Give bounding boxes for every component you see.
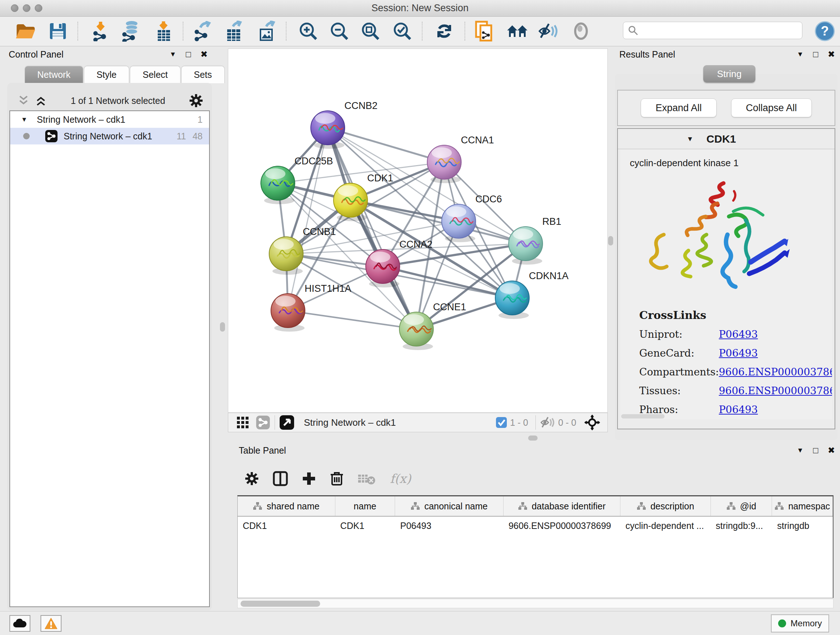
- select-columns-icon[interactable]: [273, 471, 288, 486]
- column-header-canonicalname[interactable]: canonical name: [395, 496, 503, 516]
- table-cell[interactable]: stringdb:9...: [711, 521, 772, 531]
- network-edge[interactable]: [328, 128, 444, 162]
- tab-network[interactable]: Network: [25, 66, 83, 83]
- network-node-ccnb2[interactable]: CCNB2: [311, 100, 378, 149]
- grid-view-icon[interactable]: [236, 416, 249, 429]
- tab-string[interactable]: String: [703, 65, 755, 82]
- table-cell[interactable]: stringdb: [772, 521, 833, 531]
- table-cell[interactable]: P06493: [395, 521, 503, 531]
- help-button[interactable]: ?: [813, 19, 836, 43]
- birdseye-icon[interactable]: [584, 415, 600, 431]
- network-edge[interactable]: [288, 310, 416, 329]
- network-node-rb1[interactable]: RB1: [508, 216, 561, 264]
- clone-network-button[interactable]: [472, 19, 496, 43]
- expand-all-icon[interactable]: [35, 95, 47, 106]
- gear-icon[interactable]: [189, 93, 203, 108]
- import-table-button[interactable]: [152, 19, 175, 43]
- detach-view-icon[interactable]: [279, 415, 294, 430]
- column-header-description[interactable]: description: [621, 496, 711, 516]
- section-collapse-icon[interactable]: ▼: [687, 135, 693, 143]
- search-box[interactable]: [623, 22, 802, 39]
- panel-float-icon[interactable]: □: [813, 445, 818, 455]
- hide-unhide-button[interactable]: [537, 19, 560, 43]
- show-hidden-button[interactable]: [569, 19, 592, 43]
- crosslink-link[interactable]: 9606.ENSP00000378699: [719, 366, 832, 378]
- export-table-button[interactable]: [223, 19, 246, 43]
- window-zoom-button[interactable]: [35, 4, 42, 12]
- column-header-namespac[interactable]: namespac: [772, 496, 833, 516]
- zoom-out-button[interactable]: [328, 19, 351, 43]
- export-network-button[interactable]: [191, 19, 214, 43]
- node-count: 11: [177, 131, 186, 141]
- selected-checkbox-icon[interactable]: [496, 417, 507, 428]
- network-row-selected[interactable]: String Network – cdk1 11 48: [10, 128, 209, 144]
- table-row[interactable]: CDK1CDK1P064939606.ENSP00000378699cyclin…: [238, 516, 833, 535]
- column-header-id[interactable]: @id: [711, 496, 772, 516]
- search-input[interactable]: [638, 25, 794, 35]
- collapse-all-icon[interactable]: [17, 95, 30, 106]
- network-share-gray-icon[interactable]: [256, 415, 270, 430]
- zoom-fit-button[interactable]: [359, 19, 382, 43]
- network-canvas[interactable]: CCNB2CCNA1CDC25BCDK1CDC6RB1CCNB1CCNA2CDK…: [228, 49, 608, 413]
- refresh-button[interactable]: [433, 19, 456, 43]
- table-hscrollbar-thumb[interactable]: [240, 600, 320, 607]
- zoom-in-button[interactable]: [297, 19, 320, 43]
- network-node-cdkn1a[interactable]: CDKN1A: [495, 271, 569, 319]
- window-close-button[interactable]: [11, 4, 19, 12]
- column-header-databaseidentifier[interactable]: database identifier: [504, 496, 621, 516]
- gear-icon[interactable]: [245, 471, 259, 486]
- column-header-name[interactable]: name: [335, 496, 395, 516]
- memory-button[interactable]: Memory: [771, 614, 829, 632]
- show-all-networks-button[interactable]: [506, 19, 529, 43]
- open-session-button[interactable]: [14, 19, 37, 43]
- panel-float-icon[interactable]: □: [813, 49, 818, 59]
- crosslink-link[interactable]: P06493: [719, 328, 758, 340]
- network-tab-panel: 1 of 1 Network selected ▼ String Network…: [7, 83, 212, 610]
- crosslink-link[interactable]: 9606.ENSP00000378699: [719, 385, 832, 397]
- collection-count: 1: [197, 114, 202, 125]
- network-share-icon: [45, 130, 58, 143]
- table-cell[interactable]: 9606.ENSP00000378699: [504, 521, 621, 531]
- network-node-hist1h1a[interactable]: HIST1H1A: [271, 283, 351, 332]
- panel-collapse-icon[interactable]: ▼: [797, 50, 804, 58]
- crosslink-link[interactable]: P06493: [719, 347, 758, 359]
- import-network-file-button[interactable]: [89, 19, 112, 43]
- tab-style[interactable]: Style: [84, 66, 129, 83]
- panel-float-icon[interactable]: □: [186, 49, 191, 59]
- column-header-sharedname[interactable]: shared name: [238, 496, 335, 516]
- network-edge[interactable]: [328, 128, 416, 329]
- results-scrollbar-thumb[interactable]: [621, 414, 665, 418]
- import-network-database-button[interactable]: [119, 19, 142, 43]
- crosslink-link[interactable]: P06493: [719, 404, 758, 416]
- panel-close-icon[interactable]: ✖: [828, 445, 835, 455]
- network-node-cdc25b[interactable]: CDC25B: [261, 156, 333, 204]
- network-node-ccne1[interactable]: CCNE1: [399, 302, 466, 350]
- tab-select[interactable]: Select: [130, 66, 180, 83]
- delete-column-icon[interactable]: [330, 471, 344, 486]
- panel-collapse-icon[interactable]: ▼: [170, 50, 177, 58]
- warnings-button[interactable]: [41, 615, 62, 632]
- table-cell[interactable]: CDK1: [238, 521, 335, 531]
- table-hscrollbar[interactable]: [237, 599, 834, 608]
- save-session-button[interactable]: [46, 19, 69, 43]
- export-image-button[interactable]: [256, 19, 279, 43]
- panel-collapse-icon[interactable]: ▼: [797, 447, 804, 454]
- add-column-icon[interactable]: [302, 471, 316, 486]
- cloud-button[interactable]: [9, 615, 30, 632]
- table-cell[interactable]: CDK1: [335, 521, 395, 531]
- table-cell[interactable]: cyclin-dependent ...: [621, 521, 711, 531]
- tree-expand-icon[interactable]: ▼: [21, 116, 27, 124]
- network-node-ccnb1[interactable]: CCNB1: [269, 226, 336, 275]
- zoom-selected-button[interactable]: [391, 19, 414, 43]
- network-node-ccna1[interactable]: CCNA1: [427, 135, 494, 183]
- collapse-all-button[interactable]: Collapse All: [731, 98, 812, 117]
- window-minimize-button[interactable]: [23, 4, 30, 12]
- network-collection-row[interactable]: ▼ String Network – cdk1 1: [10, 111, 209, 128]
- expand-all-button[interactable]: Expand All: [641, 98, 717, 117]
- left-splitter-handle[interactable]: [220, 322, 225, 332]
- gene-section-header[interactable]: ▼ CDK1: [618, 129, 835, 149]
- panel-close-icon[interactable]: ✖: [201, 49, 208, 59]
- bottom-splitter-handle[interactable]: [528, 435, 538, 440]
- tab-sets[interactable]: Sets: [181, 66, 225, 83]
- panel-close-icon[interactable]: ✖: [828, 49, 835, 59]
